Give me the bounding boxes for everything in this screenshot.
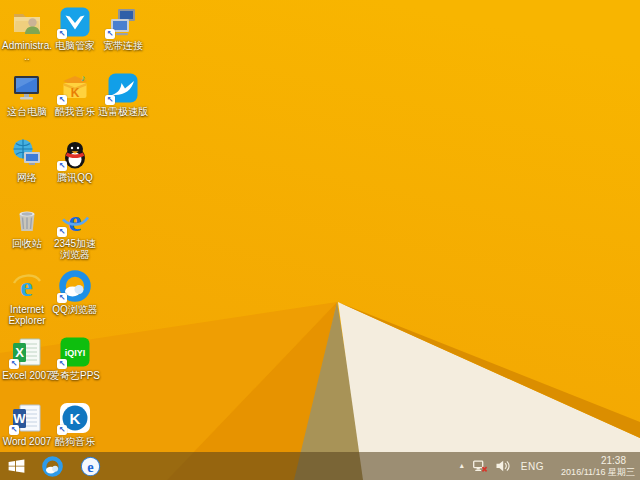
windows-logo-icon <box>8 459 25 473</box>
desktop-icon-label: 酷我音乐 <box>50 106 100 117</box>
tray-overflow-button[interactable]: ▴ <box>455 462 469 470</box>
kugou-icon: K↖ <box>59 402 91 434</box>
shortcut-arrow-icon: ↖ <box>57 29 67 39</box>
desktop-icon-qq[interactable]: ↖腾讯QQ <box>51 138 99 200</box>
desktop-icon-ie[interactable]: eInternet Explorer <box>3 270 51 332</box>
desktop-icon-excel[interactable]: X↖Excel 2007 <box>3 336 51 398</box>
broadband-icon: ↖ <box>107 6 139 38</box>
desktop-icon-label: 网络 <box>2 172 52 183</box>
recycle-icon <box>11 204 43 236</box>
language-indicator[interactable]: ENG <box>514 461 551 472</box>
desktop-icon-network[interactable]: 网络 <box>3 138 51 200</box>
desktop-icon-admin[interactable]: Administra... <box>3 6 51 68</box>
desktop-icon-iqiyi[interactable]: iQIYI↖爱奇艺PPS <box>51 336 99 398</box>
volume-icon[interactable] <box>492 460 514 472</box>
network-icon <box>11 138 43 170</box>
shortcut-arrow-icon: ↖ <box>57 227 67 237</box>
svg-text:K: K <box>70 410 81 427</box>
shortcut-arrow-icon: ↖ <box>105 95 115 105</box>
e2345-icon: e↖ <box>59 204 91 236</box>
clock-time: 21:38 <box>601 455 635 467</box>
desktop-icon-pc[interactable]: 这台电脑 <box>3 72 51 134</box>
ie-icon: e <box>11 270 43 302</box>
system-tray: ▴ ENG 21:38 2016/11/16 星期三 <box>455 452 640 480</box>
desktop-icon-label: 宽带连接 <box>98 40 148 51</box>
desktop-icon-label: 爱奇艺PPS <box>50 370 100 381</box>
desktop-icons: Administra...↖电脑管家↖宽带连接这台电脑K♪↖酷我音乐↖迅雷极速版… <box>0 0 640 452</box>
desktop: Administra...↖电脑管家↖宽带连接这台电脑K♪↖酷我音乐↖迅雷极速版… <box>0 0 640 480</box>
qq-icon: ↖ <box>59 138 91 170</box>
admin-icon <box>11 6 43 38</box>
taskbar-pinned: e <box>33 452 109 480</box>
svg-text:♪: ♪ <box>81 73 86 83</box>
svg-text:iQIYI: iQIYI <box>65 348 86 358</box>
desktop-icon-label: QQ浏览器 <box>50 304 100 315</box>
desktop-icon-qqbrowser[interactable]: ↖QQ浏览器 <box>51 270 99 332</box>
desktop-icon-label: Word 2007 <box>2 436 52 447</box>
qq-browser-taskbar-button[interactable] <box>33 452 71 480</box>
desktop-icon-label: 这台电脑 <box>2 106 52 117</box>
desktop-icon-xunlei[interactable]: ↖迅雷极速版 <box>99 72 147 134</box>
desktop-icon-recycle[interactable]: 回收站 <box>3 204 51 266</box>
start-button[interactable] <box>0 452 33 480</box>
xunlei-icon: ↖ <box>107 72 139 104</box>
desktop-icon-label: 迅雷极速版 <box>98 106 148 117</box>
shortcut-arrow-icon: ↖ <box>105 29 115 39</box>
desktop-icon-broadband[interactable]: ↖宽带连接 <box>99 6 147 68</box>
shortcut-arrow-icon: ↖ <box>9 359 19 369</box>
shortcut-arrow-icon: ↖ <box>57 359 67 369</box>
desktop-icon-label: 酷狗音乐 <box>50 436 100 447</box>
guanjia-icon: ↖ <box>59 6 91 38</box>
shortcut-arrow-icon: ↖ <box>57 161 67 171</box>
desktop-icon-kuwo[interactable]: K♪↖酷我音乐 <box>51 72 99 134</box>
word-icon: W↖ <box>11 402 43 434</box>
desktop-icon-label: Excel 2007 <box>2 370 52 381</box>
shortcut-arrow-icon: ↖ <box>57 425 67 435</box>
pc-icon <box>11 72 43 104</box>
desktop-icon-label: 腾讯QQ <box>50 172 100 183</box>
shortcut-arrow-icon: ↖ <box>57 95 67 105</box>
taskbar: e ▴ ENG 21:38 2016/11/16 星期三 <box>0 452 640 480</box>
2345-browser-taskbar-button[interactable]: e <box>71 452 109 480</box>
desktop-icon-guanjia[interactable]: ↖电脑管家 <box>51 6 99 68</box>
shortcut-arrow-icon: ↖ <box>57 293 67 303</box>
iqiyi-icon: iQIYI↖ <box>59 336 91 368</box>
svg-text:W: W <box>13 411 26 426</box>
svg-text:e: e <box>68 204 81 236</box>
desktop-icon-label: 电脑管家 <box>50 40 100 51</box>
kuwo-icon: K♪↖ <box>59 72 91 104</box>
shortcut-arrow-icon: ↖ <box>9 425 19 435</box>
clock[interactable]: 21:38 2016/11/16 星期三 <box>551 455 640 478</box>
qqbrowser-icon: ↖ <box>59 270 91 302</box>
desktop-icon-label: 回收站 <box>2 238 52 249</box>
desktop-icon-label: Administra... <box>2 40 52 62</box>
desktop-icon-label: Internet Explorer <box>2 304 52 326</box>
network-status-icon[interactable] <box>469 460 492 473</box>
excel-icon: X↖ <box>11 336 43 368</box>
desktop-icon-e2345[interactable]: e↖2345加速浏览器 <box>51 204 99 266</box>
desktop-icon-label: 2345加速浏览器 <box>50 238 100 260</box>
svg-text:e: e <box>87 459 94 475</box>
svg-text:X: X <box>15 345 24 360</box>
svg-text:K: K <box>71 86 80 100</box>
clock-date: 2016/11/16 星期三 <box>561 467 635 478</box>
